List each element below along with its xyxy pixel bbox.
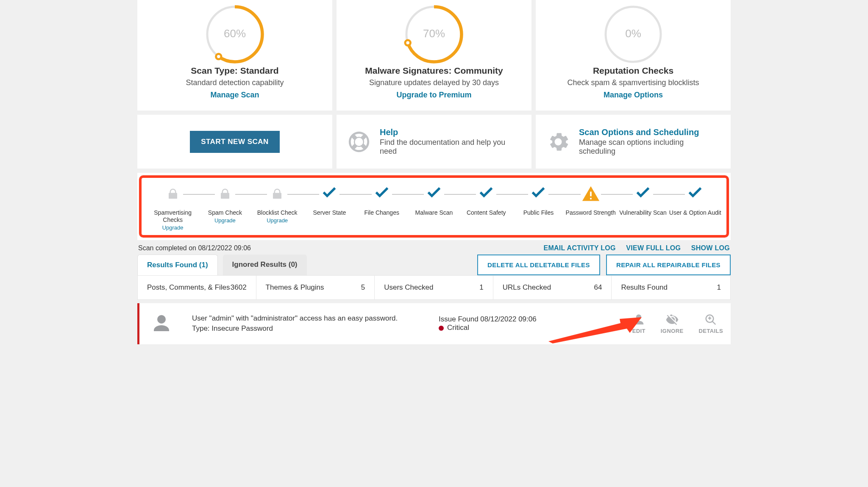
stage-connector xyxy=(183,194,215,195)
start-new-scan-button[interactable]: START NEW SCAN xyxy=(190,131,280,153)
stage-label: Spamvertising Checks xyxy=(147,209,199,224)
user-icon xyxy=(151,313,172,334)
svg-point-2 xyxy=(216,54,222,59)
eye-off-icon xyxy=(666,313,679,326)
scan-stage: Spamvertising ChecksUpgrade xyxy=(147,185,199,231)
options-title: Scan Options and Scheduling xyxy=(579,127,721,137)
options-text: Manage scan options including scheduling xyxy=(579,138,721,156)
ignore-action[interactable]: IGNORE xyxy=(661,313,684,334)
scan-meta-row: Scan completed on 08/12/2022 09:06 EMAIL… xyxy=(137,240,731,255)
edit-user-action[interactable]: EDIT xyxy=(632,313,645,334)
gear-icon xyxy=(546,130,570,154)
help-text: Find the documentation and help you need xyxy=(380,138,521,156)
stat-value: 1 xyxy=(479,283,483,292)
stat-cell: Themes & Plugins5 xyxy=(256,276,375,299)
upgrade-link[interactable]: Upgrade xyxy=(147,224,199,231)
manage-options-link[interactable]: Manage Options xyxy=(604,91,663,99)
stage-connector xyxy=(444,194,476,195)
stat-cell: Results Found1 xyxy=(612,276,730,299)
stat-label: Posts, Comments, & Files xyxy=(147,283,230,292)
card-title: Malware Signatures: Community xyxy=(345,66,523,76)
scan-stage: Server State xyxy=(303,185,356,216)
stage-connector xyxy=(287,194,319,195)
score-card-reputation: 0% Reputation Checks Check spam & spamve… xyxy=(536,0,731,111)
results-tabs-row: Results Found (1) Ignored Results (0) DE… xyxy=(137,255,731,275)
scan-stats-strip: Posts, Comments, & Files3602Themes & Plu… xyxy=(137,275,731,300)
action-card-options[interactable]: Scan Options and Scheduling Manage scan … xyxy=(536,115,731,169)
stage-label: Malware Scan xyxy=(408,209,460,216)
stage-connector xyxy=(496,194,528,195)
tab-ignored-results[interactable]: Ignored Results (0) xyxy=(223,255,307,275)
stat-value: 3602 xyxy=(231,283,247,292)
details-action[interactable]: DETAILS xyxy=(699,313,723,334)
stage-label: Public Files xyxy=(512,209,565,216)
stat-label: URLs Checked xyxy=(503,283,551,292)
user-icon xyxy=(632,313,645,326)
scan-stage: User & Option Audit xyxy=(669,185,721,216)
upgrade-link[interactable]: Upgrade xyxy=(251,217,303,224)
percent-label: 60% xyxy=(146,27,324,40)
scan-stage: Password Strength xyxy=(565,185,617,216)
percent-label: 70% xyxy=(345,27,523,40)
scan-stage: Public Files xyxy=(512,185,565,216)
issue-type: Type: Insecure Password xyxy=(192,324,426,334)
percent-label: 0% xyxy=(544,27,722,40)
stat-cell: URLs Checked64 xyxy=(493,276,612,299)
action-row: START NEW SCAN Help Find the documentati… xyxy=(137,115,731,169)
card-title: Reputation Checks xyxy=(544,66,722,76)
svg-point-5 xyxy=(405,40,411,46)
scan-stage: Blocklist CheckUpgrade xyxy=(251,185,303,224)
help-title: Help xyxy=(380,127,521,137)
delete-all-button[interactable]: DELETE ALL DELETABLE FILES xyxy=(477,255,600,275)
stage-connector xyxy=(548,194,580,195)
stat-cell: Posts, Comments, & Files3602 xyxy=(138,276,256,299)
stage-connector xyxy=(392,194,424,195)
card-subtitle: Check spam & spamvertising blocklists xyxy=(544,78,722,87)
stage-connector xyxy=(653,194,685,195)
action-card-scan: START NEW SCAN xyxy=(137,115,332,169)
tab-results-found[interactable]: Results Found (1) xyxy=(137,255,218,275)
stat-value: 5 xyxy=(361,283,365,292)
view-full-log-link[interactable]: VIEW FULL LOG xyxy=(626,244,681,252)
scan-stage: File Changes xyxy=(356,185,408,216)
stat-label: Results Found xyxy=(621,283,668,292)
stat-value: 1 xyxy=(717,283,721,292)
scan-stage: Vulnerability Scan xyxy=(617,185,669,216)
upgrade-link[interactable]: Upgrade xyxy=(199,217,251,224)
score-card-scan-type: 60% Scan Type: Standard Standard detecti… xyxy=(137,0,332,111)
score-card-signatures: 70% Malware Signatures: Community Signat… xyxy=(337,0,531,111)
manage-scan-link[interactable]: Manage Scan xyxy=(210,91,259,99)
stage-label: Content Safety xyxy=(460,209,512,216)
stat-value: 64 xyxy=(594,283,602,292)
issue-found-time: Issue Found 08/12/2022 09:06 xyxy=(439,315,620,324)
stage-connector xyxy=(601,194,633,195)
issue-message: User "admin" with "administrator" access… xyxy=(192,313,426,324)
stage-label: Spam Check xyxy=(199,209,251,216)
stage-label: Server State xyxy=(303,209,356,216)
card-subtitle: Signature updates delayed by 30 days xyxy=(345,78,523,87)
stat-label: Users Checked xyxy=(384,283,433,292)
stage-label: User & Option Audit xyxy=(669,209,721,216)
upgrade-premium-link[interactable]: Upgrade to Premium xyxy=(396,91,471,99)
scan-stages-panel: Spamvertising ChecksUpgradeSpam CheckUpg… xyxy=(137,173,731,240)
zoom-in-icon xyxy=(704,313,717,326)
scan-stage: Malware Scan xyxy=(408,185,460,216)
scan-completed-label: Scan completed on 08/12/2022 09:06 xyxy=(138,244,251,252)
card-subtitle: Standard detection capability xyxy=(146,78,324,87)
card-title: Scan Type: Standard xyxy=(146,66,324,76)
stage-connector xyxy=(235,194,267,195)
stat-label: Themes & Plugins xyxy=(266,283,324,292)
scan-scores-row: 60% Scan Type: Standard Standard detecti… xyxy=(137,0,731,111)
stage-label: Blocklist Check xyxy=(251,209,303,216)
issue-row: User "admin" with "administrator" access… xyxy=(137,303,731,344)
stat-cell: Users Checked1 xyxy=(375,276,493,299)
repair-all-button[interactable]: REPAIR ALL REPAIRABLE FILES xyxy=(606,255,731,275)
life-ring-icon xyxy=(347,130,371,154)
email-activity-log-link[interactable]: EMAIL ACTIVITY LOG xyxy=(543,244,615,252)
action-card-help[interactable]: Help Find the documentation and help you… xyxy=(337,115,531,169)
show-log-link[interactable]: SHOW LOG xyxy=(691,244,730,252)
issue-severity: Critical xyxy=(439,324,620,332)
stage-connector xyxy=(339,194,371,195)
scan-stage: Spam CheckUpgrade xyxy=(199,185,251,224)
stage-label: Password Strength xyxy=(565,209,617,216)
